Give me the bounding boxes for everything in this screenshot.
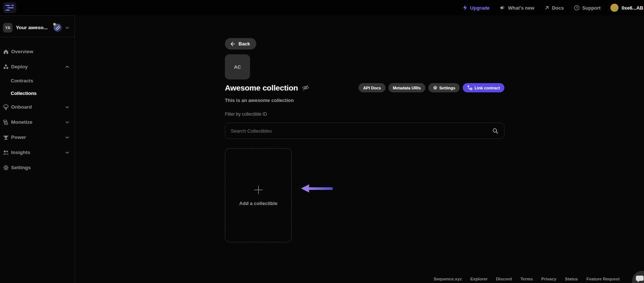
notification-dot bbox=[53, 23, 56, 25]
workspace-switcher[interactable]: YA Your aweso... bbox=[0, 16, 75, 37]
eye-off-icon[interactable] bbox=[302, 85, 309, 91]
filter-label: Filter by collectible ID bbox=[225, 112, 504, 117]
chevron-down-icon bbox=[65, 25, 69, 30]
network-badge-icon bbox=[54, 24, 62, 32]
arrow-tail bbox=[308, 187, 333, 190]
coins-icon bbox=[3, 119, 9, 126]
sidebar-item-label: Onboard bbox=[11, 104, 32, 110]
gear-icon bbox=[3, 164, 9, 171]
footer-link-terms[interactable]: Terms bbox=[520, 277, 533, 281]
arrow-left-icon bbox=[230, 41, 236, 47]
sidebar-item-label: Settings bbox=[11, 165, 31, 170]
upgrade-button[interactable]: Upgrade bbox=[463, 5, 490, 11]
sidebar-item-label: Power bbox=[11, 134, 26, 140]
metadata-uris-button[interactable]: Metadata URIs bbox=[388, 83, 425, 92]
sequence-logo[interactable] bbox=[3, 2, 16, 13]
footer-link-sequence[interactable]: Sequence.xyz bbox=[434, 277, 462, 281]
sidebar-item-onboard[interactable]: Onboard bbox=[0, 99, 75, 115]
workspace-name: Your aweso... bbox=[16, 25, 48, 30]
parachute-icon bbox=[3, 104, 9, 110]
chevron-down-icon bbox=[65, 150, 69, 155]
anvil-icon bbox=[3, 134, 9, 141]
collection-description: This is an awesome collection bbox=[225, 98, 504, 103]
sidebar-item-label: Overview bbox=[11, 49, 33, 54]
megaphone-icon bbox=[500, 5, 506, 11]
back-button[interactable]: Back bbox=[225, 38, 256, 50]
lightning-icon bbox=[463, 5, 467, 11]
sidebar-item-monetize[interactable]: Monetize bbox=[0, 115, 75, 130]
search-icon[interactable] bbox=[492, 128, 499, 134]
top-bar: Upgrade What's new Docs ? Support bbox=[0, 0, 644, 16]
metadata-uris-label: Metadata URIs bbox=[393, 86, 421, 90]
chat-bubble-icon bbox=[636, 275, 644, 283]
footer-link-feature-request[interactable]: Feature Request bbox=[586, 277, 620, 281]
link-contract-label: Link contract bbox=[475, 86, 500, 90]
sidebar-item-contracts[interactable]: Contracts bbox=[0, 74, 75, 87]
chevron-down-icon bbox=[65, 120, 69, 125]
people-icon bbox=[3, 149, 9, 156]
sequence-logo-icon bbox=[6, 5, 14, 11]
api-docs-button[interactable]: API Docs bbox=[359, 83, 385, 92]
plus-icon bbox=[253, 184, 264, 195]
workspace-avatar: YA bbox=[3, 23, 13, 33]
collection-avatar: AC bbox=[225, 54, 250, 79]
footer-link-privacy[interactable]: Privacy bbox=[541, 277, 556, 281]
sidebar-item-settings[interactable]: Settings bbox=[0, 160, 75, 175]
chevron-down-icon bbox=[65, 105, 69, 109]
arrow-up-right-icon bbox=[544, 5, 549, 10]
sidebar-nav: Overview Deploy Contracts Co bbox=[0, 37, 75, 175]
support-label: Support bbox=[582, 5, 601, 11]
topbar-menu: Upgrade What's new Docs ? Support bbox=[463, 4, 644, 12]
sidebar-item-collections[interactable]: Collections bbox=[0, 87, 75, 99]
footer-link-explorer[interactable]: Explorer bbox=[470, 277, 488, 281]
gear-icon bbox=[433, 85, 438, 90]
sidebar-item-deploy[interactable]: Deploy bbox=[0, 59, 75, 74]
account-avatar bbox=[610, 4, 619, 12]
add-collectible-label: Add a collectible bbox=[239, 201, 277, 206]
chevron-down-icon bbox=[65, 135, 69, 140]
sidebar-item-label: Deploy bbox=[11, 64, 28, 69]
footer-links: Sequence.xyz Explorer Discord Terms Priv… bbox=[434, 277, 620, 281]
footer-link-status[interactable]: Status bbox=[565, 277, 578, 281]
deploy-cluster-icon bbox=[3, 64, 9, 70]
sidebar-item-overview[interactable]: Overview bbox=[0, 44, 75, 59]
whats-new-button[interactable]: What's new bbox=[500, 5, 534, 11]
whats-new-label: What's new bbox=[508, 5, 534, 11]
footer-link-discord[interactable]: Discord bbox=[496, 277, 512, 281]
upgrade-label: Upgrade bbox=[470, 5, 490, 11]
search-box bbox=[225, 123, 504, 139]
sidebar-item-label: Insights bbox=[11, 150, 30, 155]
add-collectible-button[interactable]: Add a collectible bbox=[225, 148, 292, 242]
home-icon bbox=[3, 48, 9, 55]
link-nodes-icon bbox=[467, 85, 473, 91]
search-input[interactable] bbox=[231, 128, 492, 134]
api-docs-label: API Docs bbox=[363, 86, 381, 90]
question-circle-icon: ? bbox=[574, 5, 580, 11]
sidebar-item-label: Contracts bbox=[11, 78, 33, 83]
collection-actions: API Docs Metadata URIs Settings bbox=[359, 83, 504, 92]
svg-text:?: ? bbox=[576, 6, 578, 10]
settings-label: Settings bbox=[439, 86, 455, 90]
main-content: Back AC Awesome collection API Docs bbox=[75, 16, 644, 283]
chevron-up-icon bbox=[65, 65, 69, 69]
sidebar-item-label: Collections bbox=[11, 91, 37, 96]
docs-label: Docs bbox=[552, 5, 564, 11]
page-title: Awesome collection bbox=[225, 83, 298, 92]
link-contract-button[interactable]: Link contract bbox=[463, 83, 504, 92]
pointer-arrow bbox=[301, 184, 333, 192]
support-button[interactable]: ? Support bbox=[574, 5, 601, 11]
docs-button[interactable]: Docs bbox=[544, 5, 564, 11]
sidebar-item-power[interactable]: Power bbox=[0, 130, 75, 145]
account-address: 0xe6...AB bbox=[621, 5, 643, 11]
sidebar-item-label: Monetize bbox=[11, 119, 32, 125]
back-label: Back bbox=[239, 41, 250, 47]
sidebar: YA Your aweso... Overview bbox=[0, 16, 75, 283]
account-menu[interactable]: 0xe6...AB bbox=[610, 4, 643, 12]
sidebar-item-insights[interactable]: Insights bbox=[0, 145, 75, 160]
settings-button[interactable]: Settings bbox=[428, 83, 460, 92]
